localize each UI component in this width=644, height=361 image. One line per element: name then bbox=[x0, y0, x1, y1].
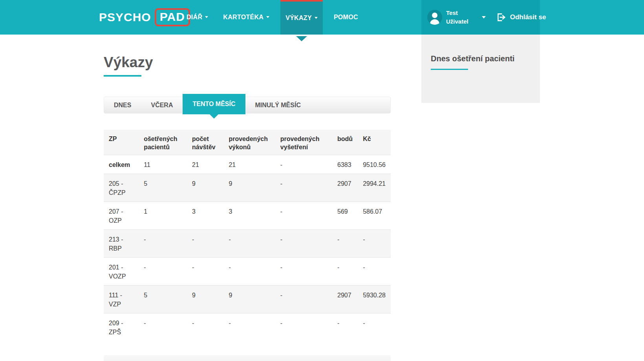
title-underline bbox=[431, 69, 468, 70]
cell: - bbox=[139, 313, 187, 341]
table-row: 213 - RBP - - - - - - bbox=[104, 230, 391, 258]
cell: 5930.28 bbox=[358, 286, 391, 313]
cell: - bbox=[275, 155, 332, 174]
cell: 9 bbox=[187, 174, 223, 202]
period-tabs: DNES VČERA TENTO MĚSÍC MINULÝ MĚSÍC bbox=[104, 97, 391, 114]
cell: 2994.21 bbox=[358, 174, 391, 202]
tab-label: MINULÝ MĚSÍC bbox=[255, 102, 301, 108]
page-title-underline bbox=[104, 75, 141, 77]
cell-zp: 209 - ZPŠ bbox=[104, 313, 139, 341]
logout-button[interactable]: Odhlásit se bbox=[496, 12, 546, 22]
tab-tento-mesic[interactable]: TENTO MĚSÍC bbox=[183, 94, 245, 114]
nav-item-label: POMOC bbox=[334, 14, 358, 21]
avatar bbox=[427, 10, 442, 25]
today-patients-title: Dnes ošetření pacienti bbox=[431, 54, 540, 63]
main-nav: DIÁŘ KARTOTÉKA VÝKAZY POMOC bbox=[179, 0, 366, 35]
tab-label: DNES bbox=[114, 102, 131, 108]
column-header-zp: ZP bbox=[104, 130, 139, 155]
cell: 5 bbox=[139, 174, 187, 202]
logout-icon bbox=[496, 12, 506, 22]
column-header-pocet-navstev: počet návštěv bbox=[187, 130, 223, 155]
cell-zp: 201 - VOZP bbox=[104, 258, 139, 286]
cell: 5 bbox=[139, 286, 187, 313]
cell: 1 bbox=[139, 202, 187, 230]
cell: - bbox=[275, 258, 332, 286]
logout-label: Odhlásit se bbox=[510, 13, 546, 21]
column-header-provedenych-vysetreni: provedených vyšetření bbox=[275, 130, 332, 155]
cell: - bbox=[275, 286, 332, 313]
cell: 569 bbox=[332, 202, 358, 230]
column-header-kc: Kč bbox=[358, 130, 391, 155]
cell: - bbox=[187, 258, 223, 286]
table-row: 201 - VOZP - - - - - - bbox=[104, 258, 391, 286]
cell: 3 bbox=[223, 202, 275, 230]
cell: - bbox=[187, 230, 223, 258]
cell: 2907 bbox=[332, 286, 358, 313]
cell: - bbox=[358, 313, 391, 341]
column-header-osetrenych-pacientu: ošetřených pacientů bbox=[139, 130, 187, 155]
table-row: 111 - VZP 5 9 9 - 2907 5930.28 bbox=[104, 286, 391, 313]
cell: - bbox=[223, 230, 275, 258]
cell: 9 bbox=[223, 174, 275, 202]
cell-zp: 111 - VZP bbox=[104, 286, 139, 313]
today-patients-panel: Dnes ošetření pacienti bbox=[421, 35, 540, 103]
cell: - bbox=[332, 313, 358, 341]
user-first-name: Test bbox=[446, 9, 468, 18]
table-row: 205 - ČPZP 5 9 9 - 2907 2994.21 bbox=[104, 174, 391, 202]
cell: - bbox=[223, 313, 275, 341]
nav-item-pomoc[interactable]: POMOC bbox=[330, 0, 362, 35]
cell: 11 bbox=[139, 155, 187, 174]
tab-label: VČERA bbox=[151, 102, 173, 108]
table-row: celkem 11 21 21 - 6383 9510.56 bbox=[104, 155, 391, 174]
user-menu[interactable]: Test Uživatel Odhlásit se bbox=[421, 0, 540, 35]
user-icon bbox=[432, 13, 437, 18]
user-menu-chevron-icon[interactable] bbox=[482, 16, 486, 20]
active-tab-notch bbox=[210, 114, 218, 119]
chevron-down-icon bbox=[315, 17, 318, 20]
cell: - bbox=[223, 258, 275, 286]
cell: 9510.56 bbox=[358, 155, 391, 174]
next-row-cutoff-strip bbox=[104, 355, 391, 361]
cell: 3 bbox=[187, 202, 223, 230]
column-header-bodu: bodů bbox=[332, 130, 358, 155]
cell-zp: 207 - OZP bbox=[104, 202, 139, 230]
reports-table: ZP ošetřených pacientů počet návštěv pro… bbox=[104, 130, 391, 341]
table-header-row: ZP ošetřených pacientů počet návštěv pro… bbox=[104, 130, 391, 155]
tab-label: TENTO MĚSÍC bbox=[192, 101, 235, 107]
cell: - bbox=[275, 313, 332, 341]
nav-item-kartoteka[interactable]: KARTOTÉKA bbox=[219, 0, 273, 35]
nav-item-diar[interactable]: DIÁŘ bbox=[183, 0, 212, 35]
cell: - bbox=[358, 230, 391, 258]
app-logo[interactable]: PSYCHO PAD bbox=[99, 0, 190, 35]
chevron-down-icon bbox=[205, 16, 208, 20]
cell: - bbox=[275, 202, 332, 230]
cell: - bbox=[332, 258, 358, 286]
tab-vcera[interactable]: VČERA bbox=[141, 97, 183, 113]
cell: - bbox=[275, 230, 332, 258]
nav-item-label: KARTOTÉKA bbox=[223, 14, 263, 21]
cell-zp: 205 - ČPZP bbox=[104, 174, 139, 202]
user-name: Test Uživatel bbox=[446, 9, 468, 26]
cell: - bbox=[187, 313, 223, 341]
cell: 2907 bbox=[332, 174, 358, 202]
chevron-down-icon bbox=[266, 16, 269, 20]
page-title: Výkazy bbox=[104, 54, 391, 71]
cell: - bbox=[275, 174, 332, 202]
logo-text-psycho: PSYCHO bbox=[99, 11, 151, 24]
cell: 9 bbox=[187, 286, 223, 313]
tab-dnes[interactable]: DNES bbox=[104, 97, 141, 113]
cell-zp: 213 - RBP bbox=[104, 230, 139, 258]
nav-item-label: VÝKAZY bbox=[285, 15, 312, 22]
nav-item-vykazy[interactable]: VÝKAZY bbox=[280, 0, 323, 35]
user-last-name: Uživatel bbox=[446, 17, 468, 26]
cell: - bbox=[139, 230, 187, 258]
nav-item-label: DIÁŘ bbox=[187, 14, 202, 21]
user-icon-body bbox=[430, 19, 439, 25]
cell: - bbox=[332, 230, 358, 258]
cell: 9 bbox=[223, 286, 275, 313]
cell: - bbox=[139, 258, 187, 286]
tab-minuly-mesic[interactable]: MINULÝ MĚSÍC bbox=[245, 97, 311, 113]
cell: 6383 bbox=[332, 155, 358, 174]
app-header: PSYCHO PAD DIÁŘ KARTOTÉKA VÝKAZY POMOC bbox=[0, 0, 644, 35]
cell-zp: celkem bbox=[104, 155, 139, 174]
